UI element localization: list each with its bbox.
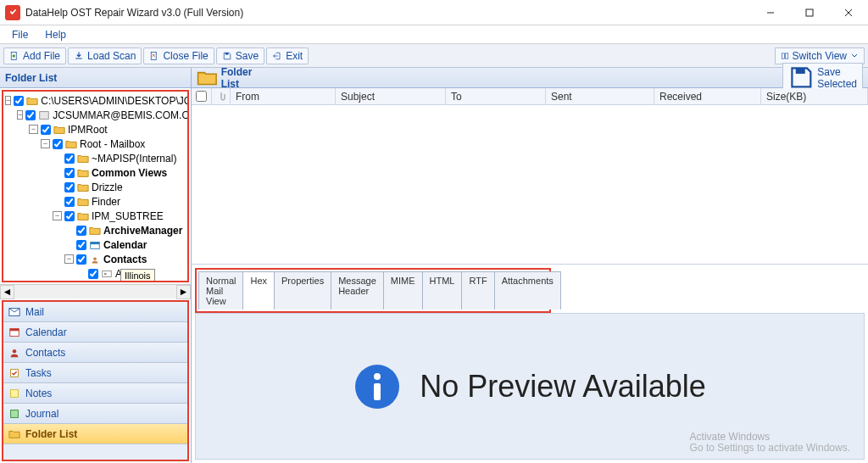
collapse-icon[interactable]: − xyxy=(29,125,38,134)
notes-icon xyxy=(8,388,20,399)
tree-checkbox[interactable] xyxy=(64,182,75,192)
calendar-icon xyxy=(89,240,101,250)
contacts-icon xyxy=(89,254,101,265)
tree-row-contacts[interactable]: − Contacts xyxy=(3,252,187,266)
column-subject[interactable]: Subject xyxy=(336,88,446,104)
column-checkbox[interactable] xyxy=(192,88,212,104)
nav-journal[interactable]: Journal xyxy=(3,404,187,424)
tree-label: Arkansas xyxy=(115,282,158,283)
tree-checkbox[interactable] xyxy=(76,240,86,250)
journal-icon xyxy=(8,408,20,420)
folder-icon xyxy=(89,226,101,236)
save-button[interactable]: Save xyxy=(216,47,264,64)
tree-checkbox[interactable] xyxy=(88,269,98,279)
switch-view-button[interactable]: Switch View xyxy=(775,47,865,64)
tab-rtf[interactable]: RTF xyxy=(461,271,494,310)
tab-properties[interactable]: Properties xyxy=(274,271,331,310)
tree-row-arkansas[interactable]: Arkansas xyxy=(3,281,187,282)
tree-checkbox[interactable] xyxy=(64,197,75,207)
svg-rect-11 xyxy=(782,53,784,58)
folder-icon xyxy=(8,428,20,440)
menu-help[interactable]: Help xyxy=(38,27,73,42)
tree-checkbox[interactable] xyxy=(64,153,75,164)
collapse-icon[interactable]: − xyxy=(17,110,23,120)
tree-checkbox[interactable] xyxy=(76,226,86,236)
folder-icon xyxy=(197,69,218,87)
scroll-right-icon[interactable]: ► xyxy=(176,285,191,299)
tab-normal-mail-view[interactable]: Normal Mail View xyxy=(198,271,243,310)
column-sent[interactable]: Sent xyxy=(546,88,654,104)
tree-row-adm[interactable]: ADM xyxy=(3,266,187,281)
column-to[interactable]: To xyxy=(446,88,546,104)
exit-icon xyxy=(272,51,282,61)
folder-tree[interactable]: − C:\USERS\ADMIN\DESKTOP\JCSUMMAR@B − JC… xyxy=(2,90,189,282)
select-all-checkbox[interactable] xyxy=(196,91,207,102)
tree-label: Finder xyxy=(92,196,120,208)
tree-label: ArchiveManager xyxy=(103,225,182,237)
tree-row-account[interactable]: − JCSUMMAR@BEMIS.COM.OST xyxy=(3,108,187,122)
tree-hscrollbar[interactable]: ◄ ► xyxy=(0,284,191,298)
attachment-icon xyxy=(217,92,225,102)
svg-rect-7 xyxy=(152,52,157,59)
tree-row-finder[interactable]: Finder xyxy=(3,194,187,209)
tab-message-header[interactable]: Message Header xyxy=(331,271,384,310)
tree-row-archive-manager[interactable]: ArchiveManager xyxy=(3,223,187,237)
exit-button[interactable]: Exit xyxy=(266,47,309,64)
tab-mime[interactable]: MIME xyxy=(383,271,423,310)
nav-tasks[interactable]: Tasks xyxy=(3,363,187,383)
tree-checkbox[interactable] xyxy=(25,110,36,120)
tree-row-ipmroot[interactable]: − IPMRoot xyxy=(3,122,187,137)
tree-row-drizzle[interactable]: Drizzle xyxy=(3,180,187,194)
tree-row-calendar[interactable]: Calendar xyxy=(3,237,187,252)
add-file-label: Add File xyxy=(23,50,60,62)
tree-row-root[interactable]: − C:\USERS\ADMIN\DESKTOP\JCSUMMAR@B xyxy=(3,93,187,108)
add-file-button[interactable]: Add File xyxy=(3,47,66,64)
minimize-button[interactable] xyxy=(751,0,790,25)
column-from[interactable]: From xyxy=(231,88,336,104)
contacts-icon xyxy=(8,347,20,359)
tree-row-root-mailbox[interactable]: − Root - Mailbox xyxy=(3,137,187,151)
nav-mail[interactable]: Mail xyxy=(3,302,187,322)
save-icon xyxy=(788,64,815,91)
column-size[interactable]: Size(KB) xyxy=(761,88,868,104)
folder-list-title: Folder List xyxy=(5,72,57,84)
nav-calendar[interactable]: Calendar xyxy=(3,322,187,343)
tree-row-mapisp[interactable]: ~MAPISP(Internal) xyxy=(3,151,187,165)
collapse-icon[interactable]: − xyxy=(53,211,62,220)
tree-row-common-views[interactable]: Common Views xyxy=(3,165,187,180)
tree-checkbox[interactable] xyxy=(14,96,24,106)
nav-notes[interactable]: Notes xyxy=(3,383,187,404)
column-received[interactable]: Received xyxy=(654,88,761,104)
close-button[interactable] xyxy=(829,0,868,25)
nav-pane: Mail Calendar Contacts Tasks Notes Journ… xyxy=(2,300,189,461)
tab-hex[interactable]: Hex xyxy=(242,271,275,310)
collapse-icon[interactable]: − xyxy=(41,139,50,148)
folder-icon xyxy=(53,125,65,135)
collapse-icon[interactable]: − xyxy=(64,254,74,264)
save-label: Save xyxy=(236,50,259,62)
maximize-button[interactable] xyxy=(790,0,829,25)
svg-rect-38 xyxy=(374,383,381,400)
close-file-button[interactable]: Close File xyxy=(143,47,214,64)
tree-checkbox[interactable] xyxy=(76,254,86,265)
right-panel-title: Folder List xyxy=(221,66,253,90)
collapse-icon[interactable]: − xyxy=(5,96,11,105)
load-scan-button[interactable]: Load Scan xyxy=(68,47,142,64)
tree-row-ipm-subtree[interactable]: − IPM_SUBTREE xyxy=(3,209,187,223)
nav-contacts[interactable]: Contacts xyxy=(3,343,187,363)
tree-checkbox[interactable] xyxy=(41,125,51,135)
svg-point-30 xyxy=(13,349,16,353)
tree-checkbox[interactable] xyxy=(64,168,75,178)
nav-folder-list[interactable]: Folder List xyxy=(3,424,187,444)
tab-attachments[interactable]: Attachments xyxy=(494,271,561,310)
toolbar: Add File Load Scan Close File Save Exit … xyxy=(0,44,868,68)
tab-html[interactable]: HTML xyxy=(422,271,463,310)
menu-file[interactable]: File xyxy=(5,27,35,42)
preview-tabs-highlight: Normal Mail View Hex Properties Message … xyxy=(195,268,551,313)
column-attachment[interactable] xyxy=(212,88,231,104)
scroll-left-icon[interactable]: ◄ xyxy=(0,285,14,299)
tree-checkbox[interactable] xyxy=(64,211,75,221)
tree-checkbox[interactable] xyxy=(53,139,63,149)
svg-point-18 xyxy=(104,272,107,275)
app-icon xyxy=(5,5,20,20)
